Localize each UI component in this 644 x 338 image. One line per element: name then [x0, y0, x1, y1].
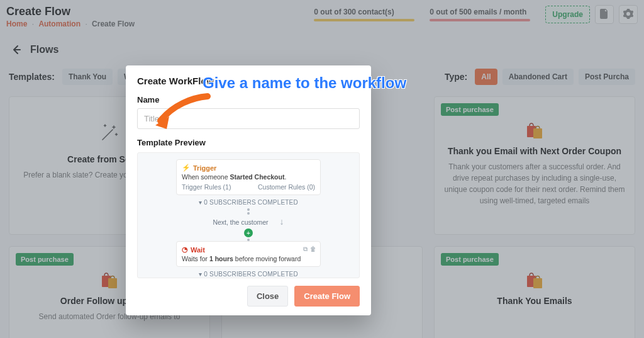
preview-wait-desc: Waits for 1 hours before moving forward — [182, 255, 301, 262]
template-preview-panel: ⚡Trigger When someone Started Checkout. … — [137, 152, 360, 278]
preview-wait-card: ⧉🗑 ◔Wait Waits for 1 hours before moving… — [176, 241, 321, 267]
preview-trigger-label: Trigger — [193, 164, 216, 172]
preview-customer-rules: Customer Rules (0) — [258, 183, 315, 191]
copy-icon[interactable]: ⧉ — [303, 245, 308, 253]
preview-wait-label: Wait — [191, 246, 205, 254]
name-field-label: Name — [137, 95, 360, 104]
modal-title: Create WorkFlow — [137, 76, 360, 86]
trash-icon[interactable]: 🗑 — [310, 245, 316, 253]
preview-subscribers-completed: ▾ 0 SUBSCRIBERS COMPLETED — [144, 271, 353, 278]
preview-subscribers-completed: ▾ 0 SUBSCRIBERS COMPLETED — [144, 199, 353, 206]
preview-trigger-card: ⚡Trigger When someone Started Checkout. … — [176, 159, 321, 195]
bolt-icon: ⚡ — [182, 164, 191, 172]
create-flow-button[interactable]: Create Flow — [294, 286, 360, 307]
arrow-down-icon: ↓ — [280, 218, 284, 225]
create-workflow-modal: Create WorkFlow Name Template Preview ⚡T… — [126, 65, 371, 315]
template-preview-label: Template Preview — [137, 138, 360, 147]
preview-next-label: Next, the customer — [213, 218, 268, 226]
clock-icon: ◔ — [182, 245, 188, 254]
close-button[interactable]: Close — [247, 286, 288, 307]
workflow-name-input[interactable] — [137, 108, 360, 129]
preview-trigger-desc: When someone Started Checkout. — [182, 173, 286, 181]
preview-trigger-rules: Trigger Rules (1) — [182, 183, 231, 191]
preview-add-step-button[interactable]: + — [244, 228, 253, 237]
